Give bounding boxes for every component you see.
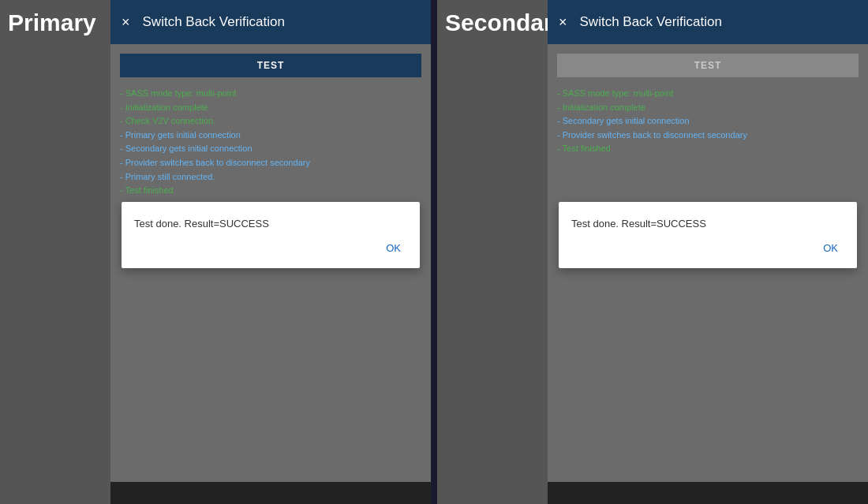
primary-result-ok-area: OK — [134, 239, 407, 262]
secondary-screen: × Switch Back Verification TEST - SASS m… — [548, 0, 868, 504]
secondary-log-line-1: - SASS mode type: multi-point — [557, 87, 859, 101]
primary-log-line-6: - Provider switches back to disconnect s… — [120, 156, 421, 170]
panel-divider — [431, 0, 437, 504]
secondary-result-ok-area: OK — [571, 239, 844, 262]
secondary-log-line-4: - Provider switches back to disconnect s… — [557, 129, 859, 143]
primary-result-text: Test done. Result=SUCCESS — [134, 218, 407, 230]
primary-result-dialog: Test done. Result=SUCCESS OK — [122, 202, 420, 268]
primary-log-line-4: - Primary gets initial connection — [120, 129, 421, 143]
primary-close-button[interactable]: × — [122, 14, 130, 31]
primary-bottom-bar — [110, 482, 431, 504]
secondary-log-line-3: - Secondary gets initial connection — [557, 114, 859, 129]
primary-log-area: - SASS mode type: multi-point - Initiali… — [120, 85, 421, 200]
primary-log-line-1: - SASS mode type: multi-point — [120, 87, 421, 101]
primary-log-line-8: - Test finished — [120, 184, 421, 198]
secondary-test-button: TEST — [557, 54, 859, 77]
secondary-panel: Secondary × Switch Back Verification TES… — [437, 0, 868, 504]
secondary-log-line-5: - Test finished — [557, 142, 859, 156]
primary-label: Primary — [8, 9, 96, 36]
primary-dialog-title: Switch Back Verification — [143, 14, 285, 30]
primary-screen: × Switch Back Verification TEST - SASS m… — [110, 0, 431, 504]
secondary-dialog-header: × Switch Back Verification — [548, 0, 868, 44]
primary-log-line-7: - Primary still connected. — [120, 170, 421, 185]
secondary-close-button[interactable]: × — [559, 14, 567, 31]
secondary-log-line-2: - Initialization complete — [557, 101, 859, 115]
primary-panel: Primary × Switch Back Verification TEST … — [0, 0, 431, 504]
secondary-log-area: - SASS mode type: multi-point - Initiali… — [557, 85, 859, 158]
secondary-label-area: Secondary — [437, 0, 548, 504]
secondary-result-text: Test done. Result=SUCCESS — [571, 218, 844, 230]
secondary-dialog-title: Switch Back Verification — [580, 14, 722, 30]
primary-ok-button[interactable]: OK — [380, 239, 407, 257]
primary-dialog-header: × Switch Back Verification — [110, 0, 431, 44]
primary-log-line-3: - Check V2V connection. — [120, 114, 421, 129]
primary-dialog-content: TEST - SASS mode type: multi-point - Ini… — [110, 44, 431, 482]
secondary-ok-button[interactable]: OK — [817, 239, 844, 257]
secondary-result-dialog: Test done. Result=SUCCESS OK — [559, 202, 857, 268]
primary-log-line-2: - Initialization complete — [120, 101, 421, 115]
primary-label-area: Primary — [0, 0, 110, 504]
primary-test-button[interactable]: TEST — [120, 54, 421, 77]
secondary-dialog-content: TEST - SASS mode type: multi-point - Ini… — [548, 44, 868, 482]
primary-log-line-5: - Secondary gets initial connection — [120, 142, 421, 156]
secondary-bottom-bar — [548, 482, 868, 504]
